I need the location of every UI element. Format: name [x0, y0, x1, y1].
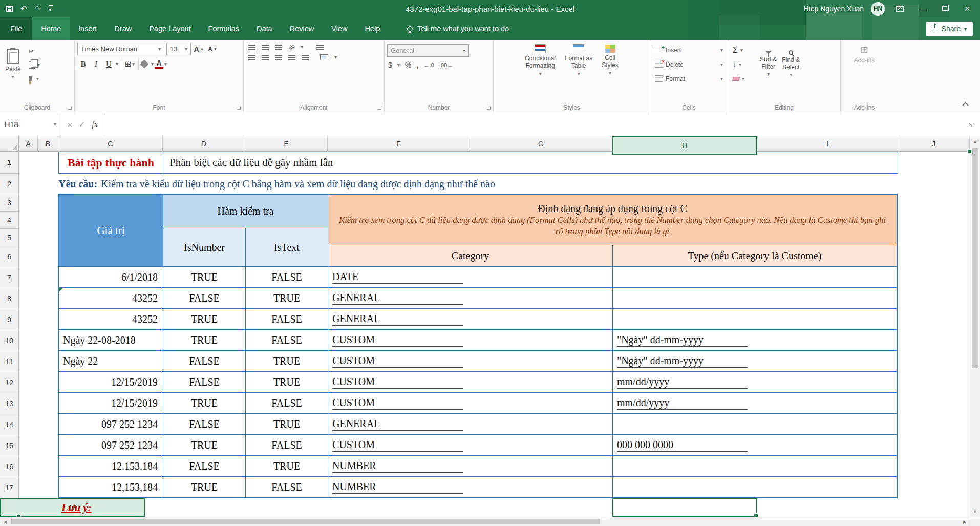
select-all-button[interactable]: [0, 136, 19, 152]
wrap-text-icon[interactable]: [316, 45, 324, 50]
cell-isnumber[interactable]: TRUE: [163, 393, 246, 413]
cell-value[interactable]: 12/15/2019: [59, 393, 163, 413]
row-header-11[interactable]: 11: [0, 351, 19, 372]
ribbon-display-options-button[interactable]: [892, 1, 907, 16]
restore-button[interactable]: [937, 1, 952, 16]
clear-button[interactable]: ▾: [731, 72, 757, 85]
cell-type[interactable]: [613, 477, 897, 497]
cancel-icon[interactable]: ×: [68, 120, 72, 129]
row-header-1[interactable]: 1: [0, 152, 19, 174]
column-header-b[interactable]: B: [38, 136, 58, 152]
cell-istext[interactable]: TRUE: [246, 414, 328, 434]
tab-home[interactable]: Home: [32, 17, 70, 40]
row-header-12[interactable]: 12: [0, 372, 19, 393]
scroll-right-icon[interactable]: ▶: [960, 519, 970, 524]
cell-istext[interactable]: TRUE: [246, 351, 328, 371]
column-header-a[interactable]: A: [19, 136, 38, 152]
cell-category[interactable]: CUSTOM: [328, 435, 613, 455]
percent-button[interactable]: %: [405, 61, 411, 69]
cell-type[interactable]: mm/dd/yyyy: [613, 372, 897, 392]
underline-button[interactable]: U: [103, 58, 115, 70]
close-button[interactable]: ×: [960, 1, 975, 16]
expand-formula-bar-button[interactable]: [964, 113, 980, 136]
cell-styles-button[interactable]: CellStyles ▾: [599, 43, 621, 77]
cell-type[interactable]: mm/dd/yyyy: [613, 393, 897, 413]
vertical-scrollbar[interactable]: ▲ ▼: [970, 136, 980, 517]
merge-center-icon[interactable]: [320, 54, 328, 60]
cell-type[interactable]: "Ngày" dd-mm-yyyy: [613, 330, 897, 350]
cell-istext[interactable]: TRUE: [246, 372, 328, 392]
cell-isnumber[interactable]: TRUE: [163, 477, 246, 497]
tell-me-box[interactable]: Tell me what you want to do: [407, 17, 509, 40]
cell-category[interactable]: DATE: [328, 267, 613, 287]
horizontal-scrollbar-thumb[interactable]: [11, 519, 600, 524]
italic-button[interactable]: I: [90, 58, 102, 70]
cell-type[interactable]: [613, 267, 897, 287]
header-gia-tri[interactable]: Giá trị: [59, 195, 163, 266]
tab-formulas[interactable]: Formulas: [200, 17, 248, 40]
dialog-launcher-icon[interactable]: [68, 106, 72, 110]
cell-value[interactable]: 6/1/2018: [59, 267, 163, 287]
cell-isnumber[interactable]: FALSE: [163, 414, 246, 434]
cell-type[interactable]: "Ngày" dd-mm-yyyy: [613, 351, 897, 371]
tab-review[interactable]: Review: [281, 17, 323, 40]
font-color-button[interactable]: A ▾: [155, 58, 167, 70]
cell-value[interactable]: 12/15/2019: [59, 372, 163, 392]
avatar[interactable]: HN: [871, 2, 885, 16]
tab-help[interactable]: Help: [356, 17, 389, 40]
add-ins-button[interactable]: ⊞ Add-ins: [843, 43, 885, 66]
row-header-8[interactable]: 8: [0, 288, 19, 309]
cell-istext[interactable]: TRUE: [246, 456, 328, 476]
minimize-button[interactable]: —: [914, 1, 930, 16]
row-header-16[interactable]: 16: [0, 456, 19, 477]
delete-cells-button[interactable]: Delete ▾: [653, 58, 725, 71]
row-header-6[interactable]: 6: [0, 246, 19, 267]
font-size-combo[interactable]: 13 ▾: [166, 43, 191, 55]
cell-type[interactable]: [613, 456, 897, 476]
tab-file[interactable]: File: [0, 17, 32, 40]
dialog-launcher-icon[interactable]: [237, 106, 241, 110]
tab-page-layout[interactable]: Page Layout: [140, 17, 199, 40]
tab-data[interactable]: Data: [248, 17, 281, 40]
align-top-icon[interactable]: [248, 45, 255, 50]
decrease-decimal-button[interactable]: .00→: [439, 62, 453, 68]
cell-type[interactable]: [613, 309, 897, 329]
cell-type[interactable]: [613, 414, 897, 434]
align-middle-icon[interactable]: [262, 45, 269, 50]
find-select-button[interactable]: Find &Select ▾: [779, 49, 802, 79]
scroll-up-icon[interactable]: ▲: [970, 136, 980, 146]
align-right-icon[interactable]: [275, 55, 282, 60]
paste-button[interactable]: Paste ▾: [3, 47, 24, 81]
column-header-d[interactable]: D: [163, 136, 245, 152]
tab-view[interactable]: View: [323, 17, 356, 40]
increase-indent-icon[interactable]: [302, 55, 309, 60]
cell-category[interactable]: CUSTOM: [328, 351, 613, 371]
decrease-indent-icon[interactable]: [288, 55, 295, 60]
cell-value[interactable]: 097 252 1234: [59, 414, 163, 434]
cell-value[interactable]: Ngày 22: [59, 351, 163, 371]
scroll-left-icon[interactable]: ◀: [0, 519, 10, 524]
bold-button[interactable]: B: [77, 58, 89, 70]
insert-cells-button[interactable]: Insert ▾: [653, 44, 725, 56]
cell-isnumber[interactable]: TRUE: [163, 267, 246, 287]
redo-button[interactable]: ↷: [35, 4, 41, 13]
cell-value[interactable]: 12.153.184: [59, 456, 163, 476]
formula-input[interactable]: [104, 113, 964, 136]
insert-function-icon[interactable]: fx: [92, 120, 98, 129]
dialog-launcher-icon[interactable]: [378, 106, 381, 110]
column-header-e[interactable]: E: [245, 136, 328, 152]
cell-category[interactable]: NUMBER: [328, 456, 613, 476]
shrink-font-button[interactable]: A▼: [207, 43, 219, 55]
row-header-10[interactable]: 10: [0, 330, 19, 351]
autosum-button[interactable]: Σ▾: [731, 44, 757, 56]
grow-font-button[interactable]: A▲: [193, 43, 205, 55]
requirement-line[interactable]: Yêu cầu: Kiểm tra về kiểu dữ liệu trong …: [58, 174, 495, 194]
cell-istext[interactable]: FALSE: [246, 393, 328, 413]
fill-button[interactable]: ↓▾: [731, 58, 757, 71]
scroll-down-icon[interactable]: ▼: [970, 507, 980, 517]
chevron-down-icon[interactable]: ▾: [116, 61, 118, 67]
dialog-launcher-icon[interactable]: [487, 106, 491, 110]
borders-button[interactable]: ⊞▾: [124, 58, 136, 70]
font-name-combo[interactable]: Times New Roman ▾: [77, 43, 164, 55]
undo-button[interactable]: ↶: [20, 4, 27, 13]
